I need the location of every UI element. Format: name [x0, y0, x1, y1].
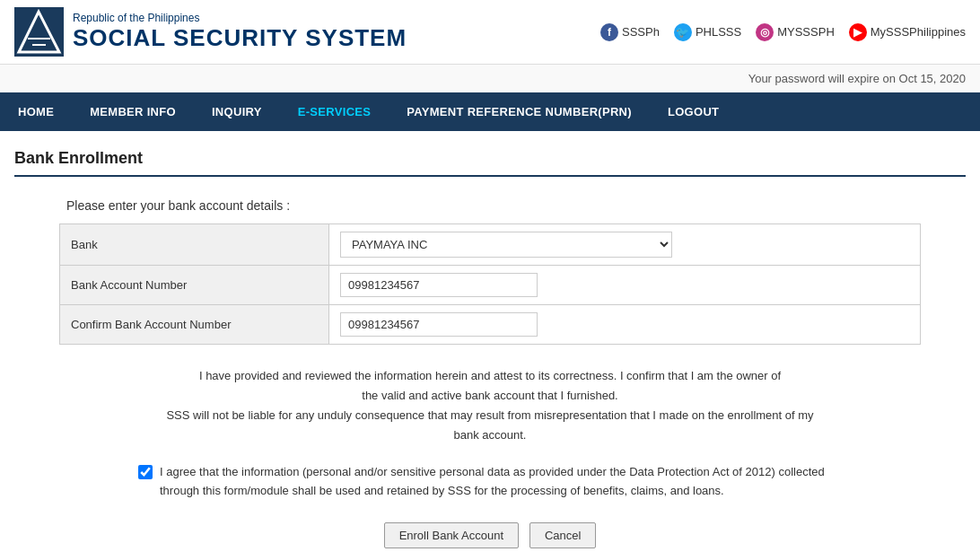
facebook-link[interactable]: f SSSPh: [600, 23, 660, 41]
bank-account-number-input[interactable]: [340, 273, 538, 297]
bank-form-table: Bank PAYMAYA INC BDO BPI METROBANK LANDB…: [59, 223, 921, 345]
facebook-icon: f: [600, 23, 618, 41]
youtube-icon: ▶: [849, 23, 867, 41]
youtube-link[interactable]: ▶ MySSSPhilippines: [849, 23, 966, 41]
agree-checkbox[interactable]: [138, 465, 153, 479]
account-number-cell: [329, 266, 921, 305]
disclaimer-text: I have provided and reviewed the informa…: [59, 366, 921, 445]
bank-select[interactable]: PAYMAYA INC BDO BPI METROBANK LANDBANK P…: [340, 232, 672, 258]
enroll-bank-account-button[interactable]: Enroll Bank Account: [384, 522, 519, 548]
password-notice: Your password will expire on Oct 15, 202…: [0, 65, 980, 92]
checkbox-label: I agree that the information (personal a…: [160, 463, 842, 501]
disclaimer-line4: bank account.: [454, 428, 527, 442]
bank-label: Bank: [60, 224, 329, 266]
twitter-icon: 🐦: [674, 23, 692, 41]
instagram-label: MYSSSPH: [777, 25, 835, 39]
youtube-label: MySSSPhilippines: [871, 25, 966, 39]
disclaimer-line1: I have provided and reviewed the informa…: [199, 369, 781, 382]
nav-logout[interactable]: LOGOUT: [650, 92, 737, 131]
instagram-link[interactable]: ◎ MYSSSPH: [756, 23, 835, 41]
bank-input-cell: PAYMAYA INC BDO BPI METROBANK LANDBANK P…: [329, 224, 921, 266]
confirm-account-label: Confirm Bank Account Number: [60, 305, 329, 345]
form-container: Please enter your bank account details :…: [59, 198, 921, 548]
header: Republic of the Philippines SOCIAL SECUR…: [0, 0, 980, 65]
nav-home[interactable]: HOME: [0, 92, 72, 131]
bank-row: Bank PAYMAYA INC BDO BPI METROBANK LANDB…: [60, 224, 921, 266]
main-nav: HOME MEMBER INFO INQUIRY E-SERVICES PAYM…: [0, 92, 980, 131]
confirm-account-cell: [329, 305, 921, 345]
button-row: Enroll Bank Account Cancel: [59, 522, 921, 548]
form-instruction: Please enter your bank account details :: [59, 198, 921, 213]
twitter-label: PHLSSS: [696, 25, 741, 39]
social-links-area: f SSSPh 🐦 PHLSSS ◎ MYSSSPH ▶ MySSSPhilip…: [600, 23, 966, 41]
page-content: Bank Enrollment Please enter your bank a…: [0, 131, 980, 552]
disclaimer-line2: the valid and active bank account that I…: [362, 389, 617, 402]
confirm-account-row: Confirm Bank Account Number: [60, 305, 921, 345]
facebook-label: SSSPh: [622, 25, 660, 39]
page-title: Bank Enrollment: [14, 149, 966, 177]
republic-label: Republic of the Philippines: [73, 12, 407, 24]
nav-inquiry[interactable]: INQUIRY: [194, 92, 280, 131]
logo-text-area: Republic of the Philippines SOCIAL SECUR…: [73, 12, 407, 52]
logo-area: Republic of the Philippines SOCIAL SECUR…: [14, 7, 407, 57]
checkbox-area: I agree that the information (personal a…: [59, 463, 921, 501]
confirm-bank-account-input[interactable]: [340, 312, 538, 337]
account-number-row: Bank Account Number: [60, 266, 921, 305]
twitter-link[interactable]: 🐦 PHLSSS: [674, 23, 741, 41]
nav-eservices[interactable]: E-SERVICES: [280, 92, 389, 131]
disclaimer-line3: SSS will not be liable for any unduly co…: [166, 408, 813, 422]
nav-member-info[interactable]: MEMBER INFO: [72, 92, 194, 131]
cancel-button[interactable]: Cancel: [529, 522, 596, 548]
sss-logo-icon: [14, 7, 64, 57]
nav-prn[interactable]: PAYMENT REFERENCE NUMBER(PRN): [389, 92, 650, 131]
org-name-label: SOCIAL SECURITY SYSTEM: [73, 24, 407, 52]
instagram-icon: ◎: [756, 23, 774, 41]
account-number-label: Bank Account Number: [60, 266, 329, 305]
